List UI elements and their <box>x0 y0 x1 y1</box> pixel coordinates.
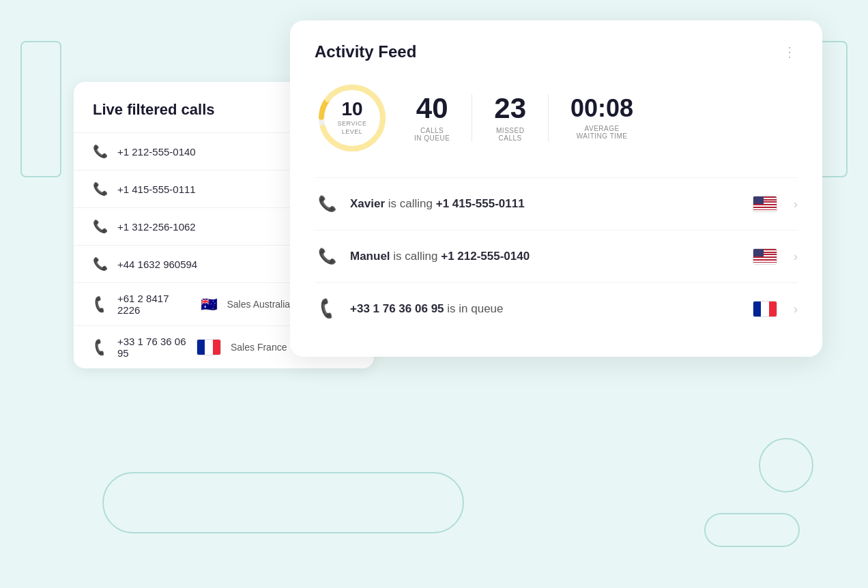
phone-active-icon: 📞 <box>93 219 108 234</box>
call-icon-wrap: 📞 <box>315 192 339 216</box>
call-icon-wrap: 📞 <box>315 244 339 269</box>
flag-wrap <box>753 301 777 317</box>
us-flag <box>753 196 777 212</box>
avg-wait-label: AVERAGE WAITING TIME <box>577 125 628 140</box>
activity-feed-panel: Activity Feed ⋮ 10 SERVICE LEVEL <box>290 20 822 357</box>
phone-active-icon: 📞 <box>93 256 108 271</box>
call-status: is in queue <box>447 302 503 315</box>
chevron-right-icon[interactable]: › <box>794 302 798 317</box>
call-number: +1 312-256-1062 <box>117 221 196 233</box>
call-icon-wrap: 📞 <box>315 297 339 321</box>
activity-header: Activity Feed ⋮ <box>315 42 798 61</box>
caller-name: Manuel <box>350 250 390 263</box>
flag-wrap <box>753 248 777 265</box>
call-number: +1 415-555-0111 <box>436 197 525 210</box>
missed-calls-value: 23 <box>494 94 526 123</box>
caller-name: Xavier <box>350 197 385 210</box>
missed-call-icon: 📞 <box>90 294 111 314</box>
missed-calls-label: MISSED CALLS <box>496 127 524 142</box>
call-number: +61 2 8417 2226 <box>117 293 191 316</box>
call-number: +1 415-555-0111 <box>117 183 196 195</box>
active-call-row-1[interactable]: 📞 Xavier is calling +1 415-555-0111 <box>315 177 798 230</box>
more-options-icon[interactable]: ⋮ <box>783 44 798 60</box>
france-flag <box>197 339 221 355</box>
us-flag <box>753 248 777 265</box>
france-flag <box>753 301 777 317</box>
phone-active-icon: 📞 <box>93 181 108 196</box>
phone-active-icon: 📞 <box>93 144 108 159</box>
calls-in-queue-label: CALLS IN QUEUE <box>414 127 450 142</box>
activity-feed-title: Activity Feed <box>315 42 416 61</box>
calls-in-queue-value: 40 <box>416 94 448 123</box>
call-number: +33 1 76 36 06 95 <box>117 336 187 359</box>
call-number: +33 1 76 36 06 95 <box>350 302 444 315</box>
missed-calls-stat: 23 MISSED CALLS <box>494 94 526 142</box>
call-status: is calling <box>393 250 441 263</box>
avg-wait-value: 00:08 <box>570 96 633 121</box>
stat-divider-1 <box>472 94 472 142</box>
call-info: Manuel is calling +1 212-555-0140 <box>350 250 742 263</box>
call-number: +1 212-555-0140 <box>117 146 196 158</box>
service-level-stat: 10 SERVICE LEVEL <box>315 80 390 156</box>
stat-divider-2 <box>548 94 549 142</box>
service-level-value: 10 SERVICE LEVEL <box>338 100 367 136</box>
flag-wrap <box>753 196 777 212</box>
active-call-row-2[interactable]: 📞 Manuel is calling +1 212-555-0140 <box>315 230 798 282</box>
active-call-row-3[interactable]: 📞 +33 1 76 36 06 95 is in queue › <box>315 282 798 335</box>
avg-wait-stat: 00:08 AVERAGE WAITING TIME <box>570 96 633 140</box>
calls-in-queue-stat: 40 CALLS IN QUEUE <box>414 94 450 142</box>
stats-row: 10 SERVICE LEVEL 40 CALLS IN QUEUE 23 MI… <box>315 80 798 156</box>
team-name: Sales Australia <box>227 299 301 310</box>
call-status: is calling <box>388 197 436 210</box>
phone-queued-icon: 📞 <box>315 297 339 321</box>
chevron-right-icon[interactable]: › <box>794 250 798 264</box>
call-info: +33 1 76 36 06 95 is in queue <box>350 302 742 316</box>
chevron-right-icon[interactable]: › <box>794 197 798 211</box>
missed-call-icon: 📞 <box>90 337 111 357</box>
call-number: +44 1632 960594 <box>117 259 197 270</box>
call-info: Xavier is calling +1 415-555-0111 <box>350 197 742 211</box>
phone-calling-icon: 📞 <box>318 248 336 265</box>
phone-calling-icon: 📞 <box>318 195 336 213</box>
australia-flag: 🇦🇺 <box>201 296 218 312</box>
call-number: +1 212-555-0140 <box>441 250 530 263</box>
